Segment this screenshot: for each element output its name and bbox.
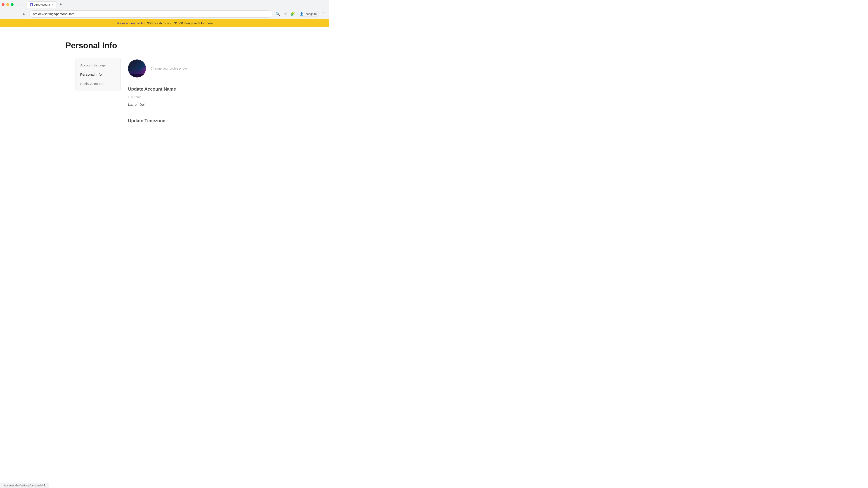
extensions-icon: 🧩 — [290, 12, 295, 16]
sidebar-label-personal-info: Personal Info — [80, 72, 102, 76]
form-area: Change your profile photo Update Account… — [128, 58, 272, 145]
close-tab-button[interactable]: × — [51, 3, 54, 6]
browser-chrome: ‹ › Arc Account × + ← → ↻ 🔍 — [0, 0, 329, 19]
avatar-image — [128, 59, 146, 77]
window-controls — [2, 3, 13, 6]
reload-button[interactable]: ↻ — [21, 11, 27, 17]
sidebar-nav: Account Settings Personal Info Social Ac… — [75, 58, 121, 91]
promo-banner: [Refer a friend to Arc] $500 cash for yo… — [0, 19, 329, 27]
sidebar-item-social-accounts[interactable]: Social Accounts — [76, 79, 121, 88]
page-content: Personal Info Account Settings Personal … — [0, 27, 329, 154]
search-button[interactable]: 🔍 — [274, 10, 281, 18]
update-name-section: Update Account Name Full Name — [128, 87, 272, 109]
active-tab[interactable]: Arc Account × — [27, 1, 57, 8]
profile-photo-section: Change your profile photo — [128, 59, 272, 77]
update-timezone-section: Update Timezone — [128, 118, 272, 136]
new-tab-button[interactable]: + — [58, 1, 64, 8]
tab-favicon — [30, 3, 33, 6]
main-layout: Account Settings Personal Info Social Ac… — [72, 58, 275, 145]
minimize-window-button[interactable] — [6, 3, 9, 6]
update-name-title: Update Account Name — [128, 87, 272, 92]
sidebar-label-social-accounts: Social Accounts — [80, 82, 104, 86]
incognito-profile-icon: 👤 — [300, 12, 303, 15]
svg-point-0 — [31, 4, 32, 6]
address-bar[interactable] — [29, 10, 272, 18]
back-button[interactable]: ← — [3, 11, 10, 17]
title-bar: ‹ › Arc Account × + — [0, 0, 329, 9]
referral-link[interactable]: [Refer a friend to Arc] — [116, 22, 146, 25]
full-name-input[interactable] — [128, 100, 223, 109]
update-timezone-title: Update Timezone — [128, 118, 272, 123]
menu-button[interactable]: ⋮ — [320, 10, 327, 18]
page-title: Personal Info — [66, 41, 117, 51]
sidebar-item-account-settings[interactable]: Account Settings — [76, 61, 121, 70]
bookmark-button[interactable]: ☆ — [282, 10, 288, 18]
toolbar-actions: 🔍 ☆ 🧩 👤 Incognito ⋮ — [274, 10, 327, 18]
search-icon: 🔍 — [276, 12, 280, 16]
change-photo-label[interactable]: Change your profile photo — [151, 67, 187, 70]
maximize-window-button[interactable] — [11, 3, 13, 6]
banner-text: $500 cash for you, $1000 hiring credit f… — [146, 22, 213, 25]
more-options-icon: ⋮ — [321, 12, 325, 16]
tabs-bar: ‹ › Arc Account × + — [16, 0, 66, 8]
incognito-button[interactable]: 👤 Incognito — [297, 11, 319, 17]
sidebar-label-account-settings: Account Settings — [80, 63, 106, 67]
bookmark-icon: ☆ — [284, 12, 287, 16]
incognito-label: Incognito — [305, 12, 317, 15]
extensions-button[interactable]: 🧩 — [289, 10, 296, 18]
sidebar-item-personal-info[interactable]: Personal Info — [76, 70, 121, 79]
tab-nav-prev-button[interactable]: ‹ — [18, 2, 22, 7]
forward-button[interactable]: → — [12, 11, 19, 17]
tab-title: Arc Account — [34, 3, 50, 6]
timezone-input[interactable] — [128, 127, 223, 136]
full-name-label: Full Name — [128, 95, 272, 99]
close-window-button[interactable] — [2, 3, 4, 6]
navigation-toolbar: ← → ↻ 🔍 ☆ 🧩 👤 Incognito ⋮ — [0, 9, 329, 19]
avatar[interactable] — [128, 59, 146, 77]
tab-nav-next-button[interactable]: › — [22, 2, 26, 7]
